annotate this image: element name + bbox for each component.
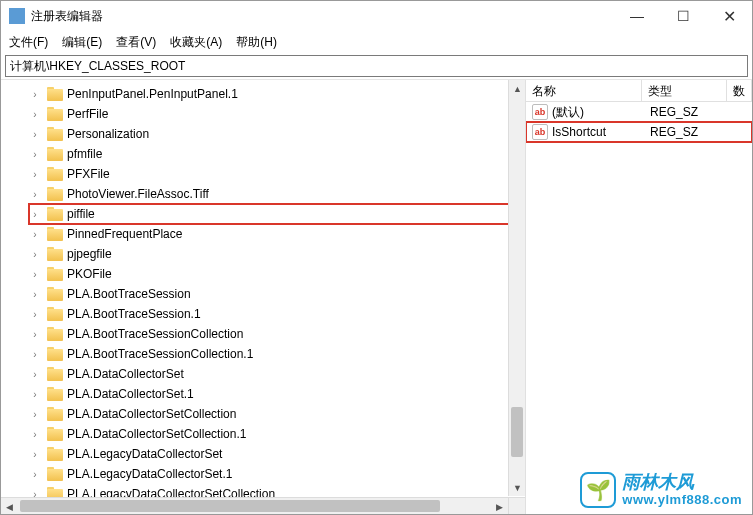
chevron-right-icon[interactable]: ›	[29, 448, 41, 460]
tree-item[interactable]: ›Personalization	[29, 124, 525, 144]
tree-item[interactable]: ›pjpegfile	[29, 244, 525, 264]
chevron-right-icon[interactable]: ›	[29, 268, 41, 280]
chevron-right-icon[interactable]: ›	[29, 88, 41, 100]
chevron-right-icon[interactable]: ›	[29, 288, 41, 300]
list-row[interactable]: abIsShortcutREG_SZ	[526, 122, 752, 142]
chevron-right-icon[interactable]: ›	[29, 108, 41, 120]
tree-item[interactable]: ›PhotoViewer.FileAssoc.Tiff	[29, 184, 525, 204]
column-header-data[interactable]: 数	[727, 80, 752, 101]
tree-item[interactable]: ›PinnedFrequentPlace	[29, 224, 525, 244]
vertical-scrollbar[interactable]: ▲ ▼	[508, 80, 525, 496]
folder-icon	[47, 127, 63, 141]
tree-item-label: PLA.BootTraceSessionCollection	[67, 327, 243, 341]
tree-item-label: pfmfile	[67, 147, 102, 161]
title-bar: 注册表编辑器 — ☐ ✕	[1, 1, 752, 31]
watermark-url: www.ylmf888.com	[622, 493, 742, 507]
tree-item[interactable]: ›pfmfile	[29, 144, 525, 164]
tree-item-label: piffile	[67, 207, 95, 221]
menu-view[interactable]: 查看(V)	[116, 34, 156, 51]
column-header-name[interactable]: 名称	[526, 80, 642, 101]
tree-item[interactable]: ›PerfFile	[29, 104, 525, 124]
tree-item[interactable]: ›PKOFile	[29, 264, 525, 284]
scroll-track-horizontal[interactable]	[18, 498, 491, 514]
folder-icon	[47, 207, 63, 221]
menu-edit[interactable]: 编辑(E)	[62, 34, 102, 51]
scroll-left-button[interactable]: ◀	[1, 498, 18, 514]
list-header: 名称 类型 数	[526, 80, 752, 102]
address-bar[interactable]: 计算机\HKEY_CLASSES_ROOT	[5, 55, 748, 77]
chevron-right-icon[interactable]: ›	[29, 388, 41, 400]
list-row[interactable]: ab(默认)REG_SZ	[526, 102, 752, 122]
value-name: IsShortcut	[552, 125, 606, 139]
tree-item-label: PerfFile	[67, 107, 108, 121]
chevron-right-icon[interactable]: ›	[29, 428, 41, 440]
scroll-thumb-horizontal[interactable]	[20, 500, 440, 512]
string-value-icon: ab	[532, 124, 548, 140]
chevron-right-icon[interactable]: ›	[29, 328, 41, 340]
menu-help[interactable]: 帮助(H)	[236, 34, 277, 51]
tree-item[interactable]: ›PLA.BootTraceSessionCollection	[29, 324, 525, 344]
chevron-right-icon[interactable]: ›	[29, 408, 41, 420]
watermark-logo-icon: 🌱	[580, 472, 616, 508]
chevron-right-icon[interactable]: ›	[29, 128, 41, 140]
column-header-type[interactable]: 类型	[642, 80, 727, 101]
folder-icon	[47, 467, 63, 481]
tree-item[interactable]: ›PLA.DataCollectorSet	[29, 364, 525, 384]
tree-item[interactable]: ›PLA.BootTraceSession	[29, 284, 525, 304]
cell-type: REG_SZ	[644, 125, 730, 139]
scroll-down-button[interactable]: ▼	[509, 479, 526, 496]
scroll-thumb-vertical[interactable]	[511, 407, 523, 457]
watermark-text-cn: 雨林木风	[622, 473, 742, 493]
tree-item-label: PenInputPanel.PenInputPanel.1	[67, 87, 238, 101]
tree-item[interactable]: ›PLA.DataCollectorSet.1	[29, 384, 525, 404]
chevron-right-icon[interactable]: ›	[29, 208, 41, 220]
chevron-right-icon[interactable]: ›	[29, 248, 41, 260]
tree-item-label: PLA.DataCollectorSet.1	[67, 387, 194, 401]
tree-item[interactable]: ›PenInputPanel.PenInputPanel.1	[29, 84, 525, 104]
tree-item-label: Personalization	[67, 127, 149, 141]
tree-item[interactable]: ›PLA.LegacyDataCollectorSet.1	[29, 464, 525, 484]
tree-item-label: PKOFile	[67, 267, 112, 281]
window-title: 注册表编辑器	[31, 8, 103, 25]
tree-item-label: PLA.BootTraceSessionCollection.1	[67, 347, 253, 361]
tree-item-label: PLA.LegacyDataCollectorSet.1	[67, 467, 232, 481]
folder-icon	[47, 387, 63, 401]
horizontal-scrollbar[interactable]: ◀ ▶	[1, 497, 508, 514]
chevron-right-icon[interactable]: ›	[29, 228, 41, 240]
scroll-up-button[interactable]: ▲	[509, 80, 526, 97]
cell-type: REG_SZ	[644, 105, 730, 119]
folder-icon	[47, 147, 63, 161]
maximize-button[interactable]: ☐	[660, 1, 706, 31]
tree-view[interactable]: ›PenInputPanel.PenInputPanel.1›PerfFile›…	[1, 80, 525, 504]
scroll-right-button[interactable]: ▶	[491, 498, 508, 514]
menu-file[interactable]: 文件(F)	[9, 34, 48, 51]
chevron-right-icon[interactable]: ›	[29, 468, 41, 480]
folder-icon	[47, 167, 63, 181]
tree-item-label: PLA.DataCollectorSet	[67, 367, 184, 381]
menu-favorites[interactable]: 收藏夹(A)	[170, 34, 222, 51]
list-pane: 名称 类型 数 ab(默认)REG_SZabIsShortcutREG_SZ 🌱…	[526, 80, 752, 514]
tree-item[interactable]: ›PLA.BootTraceSessionCollection.1	[29, 344, 525, 364]
scroll-track-vertical[interactable]	[509, 97, 525, 479]
tree-item[interactable]: ›piffile	[29, 204, 525, 224]
folder-icon	[47, 367, 63, 381]
folder-icon	[47, 87, 63, 101]
chevron-right-icon[interactable]: ›	[29, 308, 41, 320]
cell-name: ab(默认)	[526, 104, 644, 121]
tree-item[interactable]: ›PFXFile	[29, 164, 525, 184]
minimize-button[interactable]: —	[614, 1, 660, 31]
chevron-right-icon[interactable]: ›	[29, 188, 41, 200]
tree-item[interactable]: ›PLA.BootTraceSession.1	[29, 304, 525, 324]
chevron-right-icon[interactable]: ›	[29, 148, 41, 160]
tree-item[interactable]: ›PLA.LegacyDataCollectorSet	[29, 444, 525, 464]
tree-item[interactable]: ›PLA.DataCollectorSetCollection	[29, 404, 525, 424]
value-name: (默认)	[552, 104, 584, 121]
folder-icon	[47, 287, 63, 301]
tree-item[interactable]: ›PLA.DataCollectorSetCollection.1	[29, 424, 525, 444]
close-button[interactable]: ✕	[706, 1, 752, 31]
folder-icon	[47, 327, 63, 341]
chevron-right-icon[interactable]: ›	[29, 368, 41, 380]
chevron-right-icon[interactable]: ›	[29, 168, 41, 180]
folder-icon	[47, 187, 63, 201]
chevron-right-icon[interactable]: ›	[29, 348, 41, 360]
